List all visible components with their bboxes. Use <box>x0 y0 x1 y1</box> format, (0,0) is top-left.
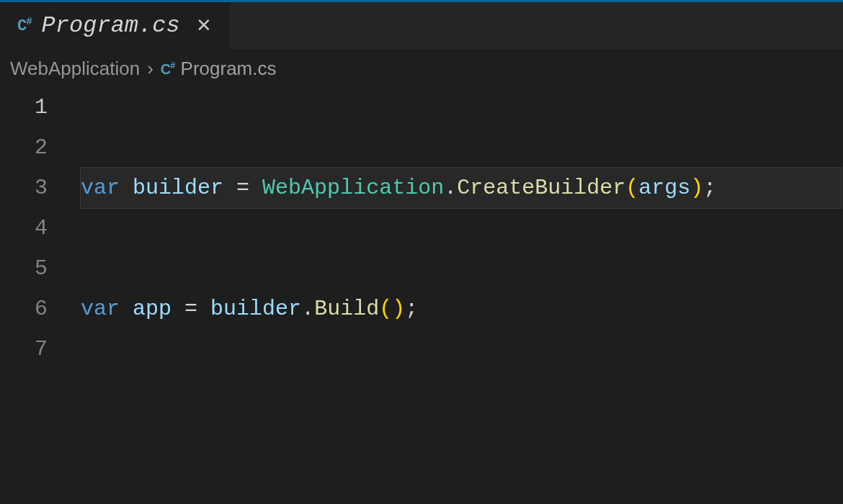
breadcrumb-file[interactable]: Program.cs <box>181 58 277 80</box>
line-number: 5 <box>0 248 48 289</box>
tab-program-cs[interactable]: C# Program.cs ✕ <box>0 2 229 49</box>
line-number-gutter: 1 2 3 4 5 6 7 <box>0 87 81 504</box>
csharp-icon: C# <box>161 60 175 78</box>
breadcrumb: WebApplication › C# Program.cs <box>0 49 843 87</box>
breadcrumb-project[interactable]: WebApplication <box>10 58 140 80</box>
line-number: 2 <box>0 127 48 168</box>
chevron-right-icon: › <box>146 58 155 80</box>
line-number: 4 <box>0 208 48 248</box>
line-number: 1 <box>0 87 48 127</box>
code-line[interactable]: var app = builder.Build(); <box>81 289 843 329</box>
code-line[interactable] <box>81 410 843 450</box>
tab-title: Program.cs <box>42 12 180 39</box>
line-number: 7 <box>0 329 48 369</box>
close-icon[interactable]: ✕ <box>190 14 212 37</box>
line-number: 6 <box>0 289 48 329</box>
code-line[interactable]: var builder = WebApplication.CreateBuild… <box>81 168 842 208</box>
line-number: 3 <box>0 168 48 208</box>
csharp-icon: C# <box>17 16 32 35</box>
tab-bar: C# Program.cs ✕ <box>0 0 843 49</box>
code-editor[interactable]: 1 2 3 4 5 6 7 var builder = WebApplicati… <box>0 87 843 504</box>
code-area[interactable]: var builder = WebApplication.CreateBuild… <box>81 87 843 504</box>
